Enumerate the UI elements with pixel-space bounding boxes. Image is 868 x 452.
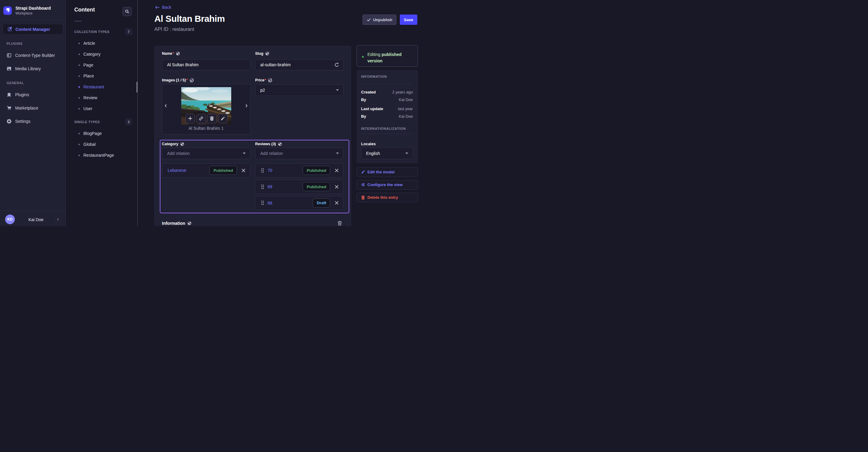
save-button[interactable]: Save <box>400 14 417 25</box>
slug-field-label: Slug <box>255 52 269 56</box>
information-field-label: Information <box>162 221 192 226</box>
search-icon <box>125 9 129 13</box>
subnav-item-label: Article <box>84 41 95 46</box>
pencil-icon <box>221 117 225 121</box>
name-input[interactable]: Al Sultan Brahim <box>162 59 250 70</box>
information-heading: INFORMATION <box>361 75 387 78</box>
remove-relation-icon[interactable] <box>334 185 339 189</box>
review-relation-row[interactable]: 68 Draft <box>255 196 343 210</box>
sidebar-item-content-manager[interactable]: Content Manager <box>3 24 63 34</box>
drag-handle-icon[interactable] <box>261 201 264 205</box>
label-text: Images (1 / 5) <box>162 78 186 82</box>
configure-view-button[interactable]: Configure the view <box>356 180 418 190</box>
back-arrow-icon <box>155 6 159 9</box>
sidebar-item-label: Media Library <box>15 66 41 71</box>
sidebar-item-label: Plugins <box>15 92 29 97</box>
remove-relation-icon[interactable] <box>241 168 246 173</box>
subnav-item-blogpage[interactable]: BlogPage <box>79 130 102 136</box>
reviews-add-relation-select[interactable]: Add relation <box>255 148 343 159</box>
workplace-brand[interactable]: Strapi Dashboard Workplace <box>3 5 51 16</box>
single-types-heading: SINGLE TYPES <box>74 120 100 124</box>
review-relation-row[interactable]: 70 Published <box>255 163 343 177</box>
sidebar-item-marketplace[interactable]: Marketplace <box>7 104 61 111</box>
sidebar-item-settings[interactable]: Settings <box>7 118 61 125</box>
avatar[interactable]: KD <box>5 215 15 224</box>
category-add-relation-select[interactable]: Add relation <box>162 148 250 159</box>
plus-icon <box>188 116 192 121</box>
trash-icon <box>361 195 365 200</box>
label-text: Information <box>162 221 185 226</box>
remove-relation-icon[interactable] <box>334 201 339 205</box>
drag-handle-icon[interactable] <box>261 168 264 173</box>
carousel-prev-button[interactable] <box>165 104 167 107</box>
locale-select[interactable]: English <box>361 147 413 159</box>
unpublish-button[interactable]: Unpublish <box>363 14 397 25</box>
subnav-item-label: Restaurant <box>84 85 104 89</box>
sidebar-item-media-library[interactable]: Media Library <box>7 65 61 72</box>
relation-link[interactable]: 68 <box>268 201 272 205</box>
sidebar-item-plugins[interactable]: Plugins <box>7 91 61 98</box>
category-field-label: Category <box>162 142 184 146</box>
edit-model-button[interactable]: Edit the model <box>356 167 418 177</box>
api-id: API ID : restaurant <box>154 27 194 32</box>
review-relation-row[interactable]: 69 Published <box>255 180 343 194</box>
editing-status-text: Editing published version <box>367 52 413 64</box>
subnav-item-label: BlogPage <box>84 131 102 136</box>
delete-entry-button[interactable]: Delete this entry <box>356 193 418 202</box>
sidebar-section-plugins: PLUGINS <box>7 42 22 45</box>
divider <box>361 84 413 85</box>
bullet-icon <box>79 64 80 66</box>
status-badge: Published <box>303 182 330 191</box>
carousel-actions <box>186 114 228 123</box>
carousel-next-button[interactable] <box>245 104 248 107</box>
add-image-button[interactable] <box>186 114 195 123</box>
sidebar-item-content-type-builder[interactable]: Content-Type Builder <box>7 52 61 59</box>
main-sidebar: Strapi Dashboard Workplace Content Manag… <box>0 0 66 226</box>
globe-strike-icon <box>189 78 194 83</box>
subnav-item-global[interactable]: Global <box>79 141 96 147</box>
scrollbar-thumb[interactable] <box>136 82 137 93</box>
back-link[interactable]: Back <box>155 5 171 10</box>
images-carousel: Al Sultan Brahim 1 <box>162 84 250 135</box>
slug-input[interactable]: al-sultan-brahim <box>255 59 343 70</box>
status-badge: Published <box>303 166 330 175</box>
chevron-left-icon <box>57 218 59 221</box>
sidebar-item-label: Settings <box>15 119 31 124</box>
relation-link[interactable]: Lebanese <box>168 168 186 173</box>
info-row: Created 2 years ago <box>361 90 413 94</box>
regenerate-slug-icon[interactable] <box>334 62 339 67</box>
copy-link-button[interactable] <box>196 114 206 123</box>
price-select[interactable]: p2 <box>255 85 343 96</box>
name-field-label: Name* <box>162 52 180 56</box>
subnav-item-category[interactable]: Category <box>79 51 101 57</box>
edit-model-label: Edit the model <box>367 170 395 174</box>
subnav-item-review[interactable]: Review <box>79 95 97 101</box>
relation-link[interactable]: 69 <box>268 184 272 189</box>
sidebar-footer-divider <box>0 211 65 211</box>
published-dot-icon <box>362 56 364 58</box>
link-icon <box>199 116 204 121</box>
delete-component-icon[interactable] <box>337 221 342 226</box>
category-relation-row[interactable]: Lebanese Published <box>162 163 250 177</box>
delete-image-button[interactable] <box>207 114 217 123</box>
bullet-icon <box>79 86 80 88</box>
info-row: By Kai Doe <box>361 97 413 102</box>
drag-handle-icon[interactable] <box>261 185 264 189</box>
locale-value: English <box>366 151 380 156</box>
subnav-item-page[interactable]: Page <box>79 62 94 68</box>
bullet-icon <box>79 97 80 99</box>
subnav-item-place[interactable]: Place <box>79 73 94 79</box>
subnav-item-restaurantpage[interactable]: RestaurantPage <box>79 152 114 158</box>
subnav-item-article[interactable]: Article <box>79 40 95 46</box>
remove-relation-icon[interactable] <box>334 168 339 173</box>
relation-link[interactable]: 70 <box>268 168 272 173</box>
subnav-item-user[interactable]: User <box>79 105 93 111</box>
info-value: 2 years ago <box>392 90 413 94</box>
label-text: Reviews (3) <box>255 142 276 146</box>
subnav-item-restaurant[interactable]: Restaurant <box>79 84 104 90</box>
edit-image-button[interactable] <box>218 114 228 123</box>
search-button[interactable] <box>123 7 132 16</box>
entry-form-card: Name* Al Sultan Brahim Slug al-sultan-br… <box>154 46 351 226</box>
subnav-item-label: Place <box>84 73 94 78</box>
collapse-sidebar-button[interactable] <box>55 217 61 222</box>
